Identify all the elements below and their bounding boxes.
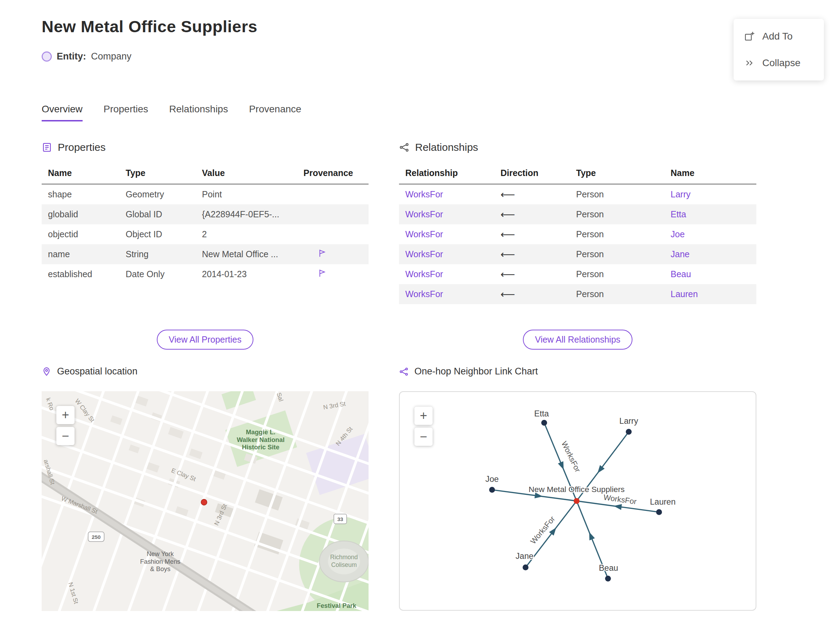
- col-header-provenance: Provenance: [297, 163, 369, 184]
- relationship-link[interactable]: WorksFor: [399, 264, 494, 284]
- map-zoom-out-button[interactable]: −: [56, 427, 75, 445]
- entity-link[interactable]: Larry: [664, 184, 756, 204]
- col-header-value: Value: [196, 163, 297, 184]
- relationships-header-row: Relationship Direction Type Name: [399, 163, 756, 184]
- linkchart-section-header: One-hop Neighbor Link Chart: [399, 366, 538, 377]
- svg-text:Maggie L.: Maggie L.: [246, 428, 275, 436]
- node-larry[interactable]: [626, 429, 632, 435]
- floating-action-panel: Add To Collapse: [733, 19, 824, 81]
- relationship-link[interactable]: WorksFor: [399, 204, 494, 224]
- relationship-link[interactable]: WorksFor: [399, 284, 494, 304]
- view-all-relationships-button[interactable]: View All Relationships: [523, 330, 632, 350]
- relationship-link[interactable]: WorksFor: [399, 244, 494, 264]
- chart-zoom-in-button[interactable]: +: [414, 407, 433, 425]
- col-header-type: Type: [119, 163, 196, 184]
- col-header-direction: Direction: [494, 163, 570, 184]
- collapse-button[interactable]: Collapse: [733, 50, 824, 76]
- relationships-icon: [399, 142, 409, 153]
- node-label-lauren: Lauren: [650, 497, 676, 506]
- svg-text:Walker National: Walker National: [237, 436, 285, 443]
- svg-text:Fashion Mens: Fashion Mens: [140, 558, 180, 565]
- entity-link[interactable]: Etta: [664, 204, 756, 224]
- node-label-beau: Beau: [599, 563, 618, 572]
- properties-table: Name Type Value Provenance shape Geometr…: [41, 163, 369, 284]
- add-to-icon: [744, 31, 755, 41]
- entity-detail-page: New Metal Office Suppliers Entity: Compa…: [0, 0, 840, 639]
- map-label-richmond-coliseum: Richmond Coliseum: [330, 554, 358, 568]
- entity-link[interactable]: Joe: [664, 224, 756, 244]
- svg-text:Richmond: Richmond: [330, 554, 358, 561]
- property-row: name String New Metal Office ...: [41, 244, 369, 264]
- collapse-icon: [744, 58, 755, 68]
- link-chart-icon: [399, 367, 409, 377]
- direction-arrow: ⟵: [494, 244, 570, 264]
- entity-type-value: Company: [91, 51, 132, 62]
- svg-text:Historic Site: Historic Site: [242, 443, 279, 451]
- svg-text:& Boys: & Boys: [150, 565, 170, 572]
- properties-header-row: Name Type Value Provenance: [41, 163, 369, 184]
- node-jane[interactable]: [523, 564, 528, 571]
- relationship-row: WorksFor ⟵ Person Larry: [399, 184, 756, 204]
- provenance-flag-icon[interactable]: [317, 248, 327, 258]
- svg-text:New York: New York: [146, 550, 174, 558]
- link-chart-panel: + − WorksFor WorksFor WorksFo: [399, 391, 756, 610]
- direction-arrow: ⟵: [494, 204, 570, 224]
- map-zoom-control: + −: [56, 406, 75, 445]
- page-title: New Metal Office Suppliers: [41, 17, 257, 36]
- properties-section-header: Properties: [41, 141, 369, 153]
- node-etta[interactable]: [541, 420, 547, 426]
- tab-properties[interactable]: Properties: [103, 103, 148, 121]
- node-label-jane: Jane: [515, 552, 533, 561]
- chart-zoom-control: + −: [414, 407, 433, 446]
- linkchart-section-title: One-hop Neighbor Link Chart: [414, 366, 538, 377]
- collapse-label: Collapse: [762, 57, 800, 68]
- relationship-link[interactable]: WorksFor: [399, 184, 494, 204]
- node-label-center: New Metal Office Suppliers: [528, 485, 624, 494]
- view-all-properties-button[interactable]: View All Properties: [157, 330, 253, 350]
- svg-text:250: 250: [92, 534, 100, 540]
- svg-text:33: 33: [337, 516, 344, 522]
- entity-label: Entity:: [57, 51, 86, 62]
- edge-label-worksfor: WorksFor: [603, 493, 637, 506]
- tab-overview[interactable]: Overview: [41, 103, 83, 121]
- node-joe[interactable]: [489, 487, 495, 493]
- node-label-etta: Etta: [534, 409, 549, 418]
- add-to-button[interactable]: Add To: [733, 23, 824, 50]
- entity-type-row: Entity: Company: [41, 51, 132, 62]
- relationships-section-header: Relationships: [399, 141, 756, 153]
- property-row: established Date Only 2014-01-23: [41, 264, 369, 284]
- route-shield-33: 33: [334, 514, 347, 524]
- map-zoom-in-button[interactable]: +: [56, 406, 75, 424]
- svg-text:Coliseum: Coliseum: [331, 561, 356, 568]
- relationship-row: WorksFor ⟵ Person Lauren: [399, 284, 756, 304]
- tab-provenance[interactable]: Provenance: [249, 103, 301, 121]
- node-label-joe: Joe: [485, 475, 499, 484]
- relationships-section: Relationships Relationship Direction Typ…: [399, 141, 756, 304]
- map-canvas[interactable]: 250 33 k Ro W Clay St Sal N 3rd St N 4th…: [41, 391, 369, 611]
- entity-type-icon: [41, 51, 52, 62]
- location-marker[interactable]: [201, 499, 207, 505]
- tab-bar: Overview Properties Relationships Proven…: [41, 103, 301, 121]
- property-row: shape Geometry Point: [41, 184, 369, 204]
- tab-relationships[interactable]: Relationships: [169, 103, 228, 121]
- node-center[interactable]: [574, 498, 580, 504]
- property-row: objectid Object ID 2: [41, 224, 369, 244]
- geospatial-section-header: Geospatial location: [41, 366, 138, 377]
- link-chart-canvas[interactable]: WorksFor WorksFor WorksFor Etta Larry Jo…: [400, 392, 756, 610]
- relationship-link[interactable]: WorksFor: [399, 224, 494, 244]
- node-label-larry: Larry: [619, 416, 638, 426]
- entity-link[interactable]: Beau: [664, 264, 756, 284]
- direction-arrow: ⟵: [494, 264, 570, 284]
- node-beau[interactable]: [605, 575, 611, 582]
- properties-section-title: Properties: [58, 141, 106, 153]
- col-header-relationship: Relationship: [399, 163, 494, 184]
- entity-link[interactable]: Jane: [664, 244, 756, 264]
- col-header-name: Name: [664, 163, 756, 184]
- node-lauren[interactable]: [656, 509, 662, 515]
- add-to-label: Add To: [762, 31, 793, 42]
- entity-link[interactable]: Lauren: [664, 284, 756, 304]
- provenance-flag-icon[interactable]: [317, 269, 327, 278]
- property-row: globalid Global ID {A228944F-0EF5-...: [41, 204, 369, 224]
- chart-zoom-out-button[interactable]: −: [414, 428, 433, 446]
- map-label-festival-park: Festival Park: [317, 602, 356, 609]
